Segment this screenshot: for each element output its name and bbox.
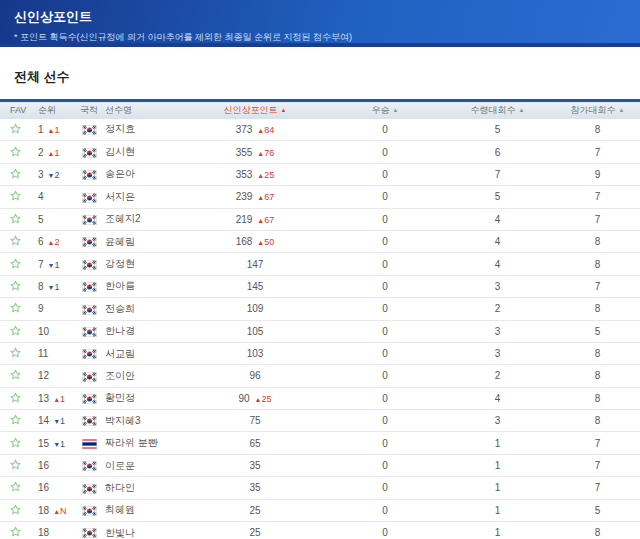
player-name-link[interactable]: 한빛나 [105,527,135,538]
points-up-indicator: ▲67 [257,215,274,225]
received-events-value: 4 [495,259,501,270]
favorite-star-icon[interactable] [10,437,21,448]
received-events-value: 2 [495,370,501,381]
player-name-link[interactable]: 서지은 [105,191,135,202]
player-name-link[interactable]: 짜라위 분빤 [105,437,158,448]
received-events-value: 1 [495,460,501,471]
player-name-link[interactable]: 최혜원 [105,504,135,515]
points-value: 109 [247,303,264,314]
column-header-points[interactable]: 신인상포인트▲ [180,101,330,119]
table-row: 11서교림103038 [0,342,640,364]
favorite-star-icon[interactable] [10,190,21,201]
table-row: 3▼2송은아353▲25079 [0,163,640,185]
table-row: 9전승희109028 [0,298,640,320]
favorite-star-icon[interactable] [10,213,21,224]
rank-up-indicator: ▲1 [53,394,65,404]
triangle-down-icon: ▼ [53,418,60,425]
player-name-link[interactable]: 서교림 [105,348,135,359]
wins-value: 0 [382,259,388,270]
table-row: 12조이안96028 [0,365,640,387]
triangle-up-icon: ▲ [255,396,262,403]
favorite-star-icon[interactable] [10,302,21,313]
player-name-link[interactable]: 김시현 [105,146,135,157]
points-value: 65 [249,438,260,449]
column-header-entries[interactable]: 참가대회수▲ [555,101,640,119]
favorite-star-icon[interactable] [10,258,21,269]
player-name-link[interactable]: 박지혜3 [105,415,141,426]
rank-value: 11 [38,348,48,359]
player-name-link[interactable]: 전승희 [105,303,135,314]
player-name-link[interactable]: 이로운 [105,460,135,471]
favorite-star-icon[interactable] [10,123,21,134]
triangle-up-icon: ▲ [53,396,60,403]
entries-value: 8 [595,303,601,314]
wins-value: 0 [382,482,388,493]
triangle-up-icon: ▲ [48,127,55,134]
received-events-value: 5 [495,191,501,202]
points-up-indicator: ▲67 [257,192,274,202]
player-name-link[interactable]: 한나경 [105,325,135,336]
rank-value: 15 [38,438,49,449]
entries-value: 7 [595,191,601,202]
favorite-star-icon[interactable] [10,280,21,291]
wins-value: 0 [382,370,388,381]
favorite-star-icon[interactable] [10,459,21,470]
player-name-link[interactable]: 조혜지2 [105,213,141,224]
triangle-up-icon: ▲ [48,239,55,246]
player-name-link[interactable]: 하다인 [105,482,135,493]
favorite-star-icon[interactable] [10,146,21,157]
wins-value: 0 [382,191,388,202]
favorite-star-icon[interactable] [10,369,21,380]
table-row: 16이로운35017 [0,454,640,476]
wins-value: 0 [382,303,388,314]
flag-kr-icon [82,484,97,494]
column-header-point_events[interactable]: 수령대회수▲ [440,101,555,119]
favorite-star-icon[interactable] [10,504,21,515]
favorite-star-icon[interactable] [10,168,21,179]
favorite-star-icon[interactable] [10,526,21,537]
flag-kr-icon [82,215,97,225]
column-label: 신인상포인트 [224,105,278,115]
column-label: FAV [10,105,26,115]
flag-kr-icon [82,148,97,158]
player-name-link[interactable]: 윤혜림 [105,236,135,247]
favorite-star-icon[interactable] [10,414,21,425]
favorite-star-icon[interactable] [10,347,21,358]
wins-value: 0 [382,326,388,337]
sort-triangle-up-icon: ▲ [393,107,399,113]
player-name-link[interactable]: 황민정 [105,392,135,403]
favorite-star-icon[interactable] [10,235,21,246]
triangle-up-icon: ▲ [257,217,264,224]
rank-down-indicator: ▼1 [48,260,60,270]
rank-down-indicator: ▼1 [53,439,65,449]
wins-value: 0 [382,124,388,135]
points-value: 168 [236,236,253,247]
player-name-link[interactable]: 송은아 [105,168,135,179]
column-label: 순위 [38,105,56,115]
rank-value: 18 [38,505,49,516]
column-header-fav: FAV [0,101,30,119]
received-events-value: 1 [495,438,501,449]
favorite-star-icon[interactable] [10,392,21,403]
points-value: 355 [236,147,253,158]
rank-value: 5 [38,214,44,225]
rank-value: 16 [38,482,49,493]
favorite-star-icon[interactable] [10,481,21,492]
table-row: 18▲N최혜원25015 [0,499,640,521]
favorite-star-icon[interactable] [10,325,21,336]
rank-value: 8 [38,281,44,292]
rank-value: 4 [38,191,44,202]
flag-kr-icon [82,282,97,292]
player-name-link[interactable]: 조이안 [105,370,135,381]
rank-value: 18 [38,527,49,538]
player-name-link[interactable]: 한아름 [105,280,135,291]
table-row: 2▲1김시현355▲76067 [0,141,640,163]
triangle-up-icon: ▲ [257,194,264,201]
player-name-link[interactable]: 강정현 [105,258,135,269]
received-events-value: 1 [495,527,501,538]
column-header-wins[interactable]: 우승▲ [330,101,440,119]
points-up-indicator: ▲50 [257,237,274,247]
rank-up-indicator: ▲1 [48,148,60,158]
player-name-link[interactable]: 정지효 [105,123,135,134]
triangle-down-icon: ▼ [48,172,55,179]
